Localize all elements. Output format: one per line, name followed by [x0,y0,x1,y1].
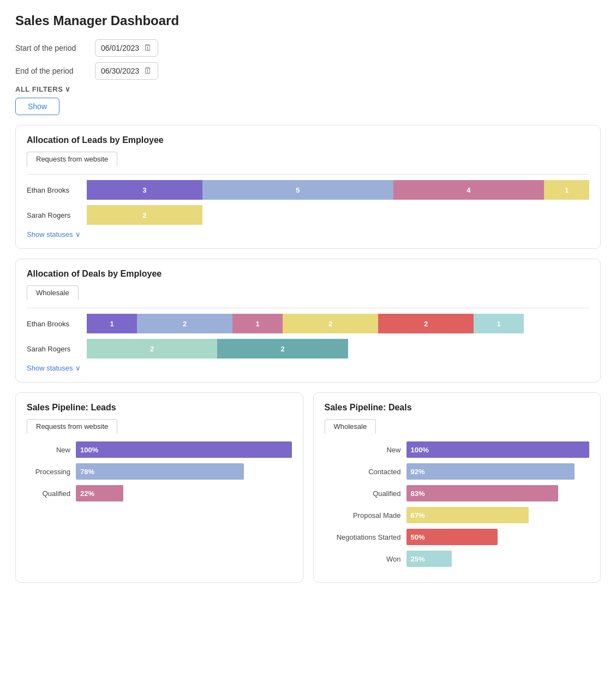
bar-segment: 1 [474,314,524,333]
bar-row: Ethan Brooks121221 [27,314,589,333]
pipeline-bar-wrap: 92% [406,463,590,480]
pipeline-row: Proposal Made67% [325,507,590,523]
bar-row: Sarah Rogers2 [27,205,589,225]
leads-tab-requests[interactable]: Requests from website [27,152,117,166]
deals-show-statuses-label: Show statuses [27,364,73,372]
pipeline-row-label: Won [325,555,406,563]
pipeline-bar: 100% [406,441,590,458]
pipeline-deals-title: Sales Pipeline: Deals [325,403,590,413]
pipeline-leads-tab[interactable]: Requests from website [27,419,117,434]
pipeline-row-label: New [325,446,406,454]
start-date-input[interactable]: 06/01/2023 🗓 [95,39,158,57]
pipeline-row: Negotiations Started50% [325,529,590,545]
leads-allocation-card: Allocation of Leads by Employee Requests… [15,125,601,249]
pipeline-row-label: New [27,446,76,454]
bar-segment: 3 [87,180,202,200]
page-title: Sales Manager Dashboard [15,13,601,28]
pipeline-bar: 67% [406,507,529,523]
bar-row: Sarah Rogers22 [27,339,589,359]
chevron-down-icon: ∨ [75,364,81,372]
pipeline-leads-bars: New100%Processing78%Qualified22% [27,441,292,501]
employee-label: Sarah Rogers [27,345,87,353]
bar-segment: 2 [137,314,232,333]
employee-label: Ethan Brooks [27,186,87,194]
leads-show-statuses[interactable]: Show statuses ∨ [27,230,589,238]
leads-tab-bar: Requests from website [27,152,589,166]
all-filters-label: ALL FILTERS [15,85,63,93]
pipeline-leads-tab-bar: Requests from website [27,419,292,434]
pipeline-bar-wrap: 100% [406,441,590,458]
pipeline-bar-wrap: 78% [76,463,292,480]
bar-segment: 2 [378,314,474,333]
pipeline-cards-row: Sales Pipeline: Leads Requests from webs… [15,392,601,583]
pipeline-bar-wrap: 67% [406,507,590,523]
deals-allocation-card: Allocation of Deals by Employee Wholesal… [15,259,601,383]
bar-segment: 1 [87,314,137,333]
bar-segments: 121221 [87,314,589,333]
pipeline-row: New100% [27,441,292,458]
deals-tab-wholesale[interactable]: Wholesale [27,285,79,300]
pipeline-row: Contacted92% [325,463,590,480]
bar-segment: 1 [232,314,283,333]
bar-segments: 2 [87,205,589,225]
pipeline-leads-title: Sales Pipeline: Leads [27,403,292,413]
bar-segments: 22 [87,339,589,359]
pipeline-bar: 92% [406,463,575,480]
pipeline-deals-card: Sales Pipeline: Deals Wholesale New100%C… [313,392,601,583]
deals-allocation-title: Allocation of Deals by Employee [27,269,589,279]
employee-label: Sarah Rogers [27,211,87,219]
pipeline-bar-wrap: 25% [406,551,590,567]
pipeline-bar: 25% [406,551,452,567]
pipeline-bar: 100% [76,441,292,458]
start-date-value: 06/01/2023 [101,44,139,52]
all-filters-toggle[interactable]: ALL FILTERS ∨ [15,85,601,93]
pipeline-bar-wrap: 100% [76,441,292,458]
pipeline-bar-wrap: 50% [406,529,590,545]
deals-show-statuses[interactable]: Show statuses ∨ [27,364,589,372]
bar-row: Ethan Brooks3541 [27,180,589,200]
deals-bar-chart: Ethan Brooks121221Sarah Rogers22 [27,308,589,359]
pipeline-row: Qualified83% [325,485,590,501]
employee-label: Ethan Brooks [27,320,87,328]
chevron-down-icon: ∨ [75,230,81,238]
pipeline-deals-tab[interactable]: Wholesale [325,419,376,434]
bar-segment: 5 [202,180,393,200]
pipeline-row-label: Negotiations Started [325,533,406,541]
bar-segment: 4 [393,180,544,200]
start-calendar-icon: 🗓 [143,43,152,53]
bar-segment: 2 [87,205,202,225]
pipeline-bar-wrap: 83% [406,485,590,501]
deals-tab-bar: Wholesale [27,285,589,300]
pipeline-row-label: Processing [27,468,76,476]
pipeline-row-label: Qualified [27,489,76,498]
end-date-input[interactable]: 06/30/2023 🗓 [95,62,158,80]
show-button[interactable]: Show [15,98,59,115]
pipeline-bar-wrap: 22% [76,485,292,501]
pipeline-row-label: Qualified [325,489,406,498]
leads-bar-chart: Ethan Brooks3541Sarah Rogers2 [27,174,589,225]
pipeline-row: Processing78% [27,463,292,480]
bar-segment: 2 [217,339,348,359]
pipeline-bar: 83% [406,485,558,501]
pipeline-bar: 50% [406,529,498,545]
bar-segment: 2 [283,314,378,333]
start-period-label: Start of the period [15,44,86,52]
bar-segment: 2 [87,339,217,359]
start-period-row: Start of the period 06/01/2023 🗓 [15,39,601,57]
pipeline-deals-tab-bar: Wholesale [325,419,590,434]
bar-segments: 3541 [87,180,589,200]
end-calendar-icon: 🗓 [143,66,152,76]
pipeline-row: Won25% [325,551,590,567]
pipeline-bar: 78% [76,463,244,480]
pipeline-row: Qualified22% [27,485,292,501]
chevron-down-icon: ∨ [65,85,71,93]
end-period-row: End of the period 06/30/2023 🗓 [15,62,601,80]
bar-segment: 1 [544,180,589,200]
pipeline-row-label: Contacted [325,468,406,476]
end-date-value: 06/30/2023 [101,67,139,75]
leads-show-statuses-label: Show statuses [27,230,73,238]
end-period-label: End of the period [15,67,86,75]
pipeline-row-label: Proposal Made [325,511,406,519]
pipeline-deals-bars: New100%Contacted92%Qualified83%Proposal … [325,441,590,567]
leads-allocation-title: Allocation of Leads by Employee [27,135,589,145]
